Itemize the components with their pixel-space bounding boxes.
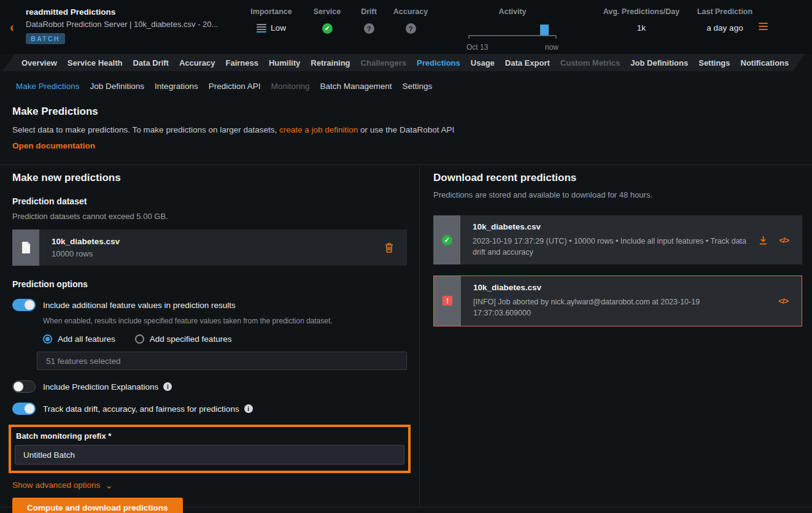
stat-avg-predictions: Avg. Predictions/Day 1k — [589, 7, 694, 33]
deployment-header: ‹ readmitted Predictions DataRobot Predi… — [0, 0, 812, 54]
prediction-explanations-toggle[interactable] — [12, 380, 36, 393]
description-text-after: or use the DataRobot API — [358, 125, 454, 134]
batch-prefix-input[interactable] — [15, 445, 404, 465]
view-code-icon[interactable]: </> — [779, 236, 789, 245]
subtab-job-definitions[interactable]: Job Definitions — [90, 82, 145, 91]
deployment-title: readmitted Predictions — [26, 7, 218, 17]
last-prediction-label: Last Prediction — [695, 7, 754, 16]
activity-sparkline: Oct 13 now — [466, 23, 559, 52]
predictions-subnav: Make Predictions Job Definitions Integra… — [0, 71, 812, 99]
prediction-explanations-label: Include Prediction Explanations — [43, 382, 158, 392]
radio-add-all-features[interactable]: Add all features — [43, 334, 115, 344]
download-icon[interactable] — [759, 236, 768, 245]
tab-predictions[interactable]: Predictions — [417, 58, 460, 68]
file-card-body: 10k_diabetes.csv 10000 rows — [39, 230, 385, 266]
include-features-toggle[interactable] — [12, 299, 36, 311]
subtab-make-predictions[interactable]: Make Predictions — [16, 82, 80, 91]
dataset-size-hint: Prediction datasets cannot exceed 5.00 G… — [12, 212, 407, 221]
result-meta: [INFO] Job aborted by nick.aylward@datar… — [473, 296, 756, 318]
accuracy-unknown-icon: ? — [406, 23, 416, 34]
tab-data-export[interactable]: Data Export — [505, 58, 550, 68]
radio-unselected-icon — [135, 334, 144, 344]
prediction-options-heading: Prediction options — [12, 279, 407, 289]
page-intro: Make Predictions Select data to make pre… — [0, 99, 812, 151]
include-features-hint: When enabled, results include specified … — [43, 317, 407, 325]
file-icon — [21, 242, 31, 253]
last-prediction-value: a day ago — [695, 23, 754, 33]
tab-accuracy[interactable]: Accuracy — [179, 58, 215, 68]
tab-retraining[interactable]: Retraining — [311, 58, 350, 68]
back-icon[interactable]: ‹ — [10, 21, 14, 33]
info-icon[interactable]: i — [244, 404, 253, 413]
content-columns: Make new predictions Prediction dataset … — [0, 164, 812, 507]
include-features-label: Include additional feature values in pre… — [43, 301, 236, 310]
tab-usage[interactable]: Usage — [471, 58, 495, 68]
view-code-icon[interactable]: </> — [778, 296, 788, 306]
radio-add-specified-label: Add specified features — [150, 334, 232, 344]
result-status-stripe: ! — [434, 276, 461, 325]
advanced-options-label: Show advanced options — [12, 480, 100, 490]
batch-badge: BATCH — [26, 33, 65, 44]
tab-data-drift[interactable]: Data Drift — [133, 58, 169, 68]
radio-add-specified-features[interactable]: Add specified features — [135, 334, 232, 344]
importance-value: Low — [271, 23, 286, 33]
importance-bars-icon — [257, 24, 266, 33]
dataset-file-card: 10k_diabetes.csv 10000 rows — [12, 230, 407, 266]
page-description: Select data to make predictions. To make… — [12, 125, 800, 134]
error-icon: ! — [443, 296, 452, 306]
stat-importance: Importance Low — [247, 7, 296, 33]
tab-custom-metrics: Custom Metrics — [560, 58, 621, 68]
open-documentation-link[interactable]: Open documentation — [12, 141, 95, 150]
tab-fairness[interactable]: Fairness — [226, 58, 258, 68]
tab-service-health[interactable]: Service Health — [68, 58, 123, 68]
tab-job-definitions[interactable]: Job Definitions — [630, 58, 688, 68]
page-title: Make Predictions — [12, 106, 800, 118]
delete-dataset-icon[interactable] — [385, 243, 393, 253]
stat-drift: Drift ? — [357, 7, 381, 34]
radio-selected-icon — [43, 334, 52, 344]
stat-last-prediction: Last Prediction a day ago — [695, 7, 754, 33]
success-check-icon: ✓ — [442, 235, 452, 245]
deployment-title-block: readmitted Predictions DataRobot Predict… — [26, 7, 218, 44]
subtab-prediction-api[interactable]: Prediction API — [209, 82, 261, 91]
tab-settings[interactable]: Settings — [698, 58, 730, 68]
importance-label: Importance — [247, 7, 296, 16]
tab-humility[interactable]: Humility — [269, 58, 300, 68]
tab-overview[interactable]: Overview — [21, 58, 57, 68]
subtab-integrations[interactable]: Integrations — [155, 82, 198, 91]
file-row-count: 10000 rows — [52, 249, 385, 258]
stat-activity: Activity Oct 13 now — [466, 7, 559, 52]
activity-start-label: Oct 13 — [466, 43, 488, 52]
result-meta: 2023-10-19 17:37:29 (UTC) • 10000 rows •… — [473, 236, 750, 258]
feature-mode-radios: Add all features Add specified features — [43, 334, 407, 344]
batch-prefix-highlight-box: Batch monitoring prefix * — [9, 425, 411, 473]
prediction-dataset-heading: Prediction dataset — [12, 196, 407, 206]
subtab-batch-management[interactable]: Batch Management — [320, 82, 392, 91]
file-card-stripe — [12, 230, 39, 266]
result-file-name: 10k_diabetes.csv — [473, 222, 750, 231]
activity-label: Activity — [466, 7, 559, 16]
accuracy-label: Accuracy — [393, 7, 428, 16]
features-selected-field[interactable]: 51 features selected — [37, 352, 407, 370]
info-icon[interactable]: i — [163, 382, 172, 391]
stat-service: Service ✓ — [312, 7, 342, 34]
file-name: 10k_diabetes.csv — [52, 237, 385, 246]
service-label: Service — [312, 7, 342, 16]
show-advanced-options-link[interactable]: Show advanced options ⌄ — [12, 480, 407, 490]
stat-accuracy: Accuracy ? — [393, 7, 428, 34]
batch-prefix-label: Batch monitoring prefix * — [16, 431, 404, 441]
drift-label: Drift — [357, 7, 381, 16]
subtab-monitoring: Monitoring — [271, 82, 309, 91]
prediction-result-card-error: ! 10k_diabetes.csv [INFO] Job aborted by… — [433, 276, 802, 326]
deployment-tabs: Overview Service Health Data Drift Accur… — [0, 54, 812, 71]
subtab-settings[interactable]: Settings — [403, 82, 433, 91]
prediction-result-card: ✓ 10k_diabetes.csv 2023-10-19 17:37:29 (… — [433, 215, 802, 264]
service-ok-icon: ✓ — [322, 23, 333, 34]
radio-add-all-label: Add all features — [58, 334, 115, 344]
tab-notifications[interactable]: Notifications — [741, 58, 789, 68]
create-job-definition-link[interactable]: create a job definition — [279, 125, 358, 134]
hamburger-menu-icon[interactable] — [759, 23, 768, 30]
tab-challengers: Challengers — [361, 58, 406, 68]
track-drift-toggle[interactable] — [12, 403, 36, 415]
compute-download-button[interactable]: Compute and download predictions — [12, 498, 183, 513]
